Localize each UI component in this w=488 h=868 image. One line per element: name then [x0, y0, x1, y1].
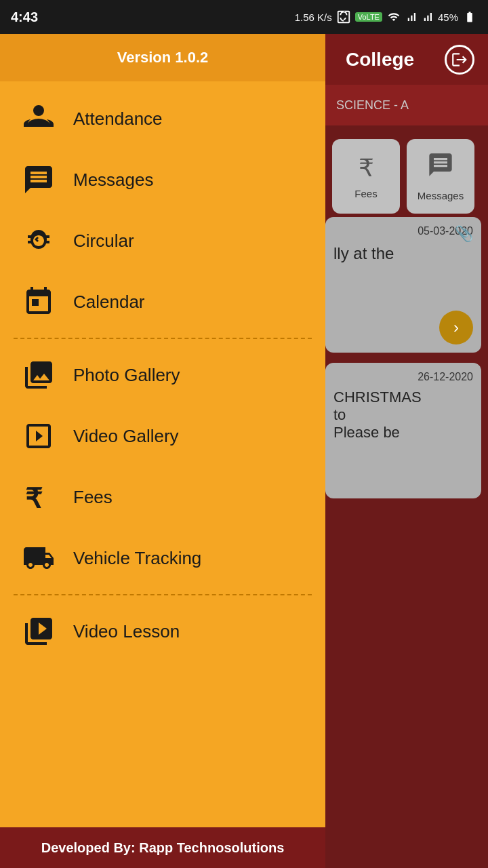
video-gallery-icon	[20, 418, 57, 454]
photo-gallery-icon	[20, 357, 57, 393]
menu-item-fees[interactable]: ₹ Fees	[0, 467, 325, 528]
photo-gallery-label: Photo Gallery	[73, 365, 180, 386]
app-title: College	[346, 49, 414, 71]
fees-quick-button[interactable]: ₹ Fees	[332, 139, 400, 214]
status-right: 1.56 K/s VoLTE 45%	[295, 9, 477, 24]
logout-button[interactable]	[445, 45, 474, 75]
fees-label: Fees	[354, 188, 377, 199]
messages-icon	[427, 151, 454, 184]
svg-text:₹: ₹	[25, 484, 43, 513]
menu-item-circular[interactable]: Circular	[0, 210, 325, 271]
menu-item-video-gallery[interactable]: Video Gallery	[0, 406, 325, 467]
battery-icon	[462, 11, 477, 23]
menu-item-attendance[interactable]: Attendance	[0, 88, 325, 149]
fees-icon: ₹	[359, 154, 374, 182]
messages-quick-button[interactable]: Messages	[407, 139, 474, 214]
video-lesson-label: Video Lesson	[73, 621, 180, 642]
fees-menu-icon: ₹	[20, 479, 57, 515]
menu-item-vehicle-tracking[interactable]: Vehicle Tracking	[0, 528, 325, 589]
attendance-icon	[20, 100, 57, 137]
divider-1	[14, 338, 312, 339]
drawer-footer: Developed By: Rapp Technosolutions	[0, 827, 325, 868]
vehicle-tracking-icon	[20, 540, 57, 576]
drawer-header: Version 1.0.2	[0, 34, 325, 81]
msg-date-1: 05-03-2020	[333, 225, 473, 237]
quick-actions: ₹ Fees Messages	[325, 132, 481, 220]
drawer-menu: Attendance Messages Circular Calendar	[0, 81, 325, 827]
calendar-label: Calendar	[73, 292, 145, 313]
version-text: Version 1.0.2	[117, 49, 209, 66]
calendar-icon	[20, 283, 57, 320]
menu-item-messages[interactable]: Messages	[0, 149, 325, 210]
menu-item-calendar[interactable]: Calendar	[0, 271, 325, 332]
volte-badge: VoLTE	[355, 12, 382, 22]
wifi-icon	[386, 11, 401, 23]
msg-date-2: 26-12-2020	[333, 371, 473, 383]
attachment-icon: 📎	[455, 225, 473, 243]
subject-bar: SCIENCE - A	[325, 85, 488, 125]
navigation-drawer: Version 1.0.2 Attendance Messages Circul…	[0, 34, 325, 868]
menu-item-video-lesson[interactable]: Video Lesson	[0, 601, 325, 662]
msg-text-1: lly at the	[333, 243, 473, 264]
circular-label: Circular	[73, 231, 134, 252]
fees-menu-label: Fees	[73, 487, 113, 508]
messages-menu-label: Messages	[73, 170, 154, 191]
subject-text: SCIENCE - A	[336, 98, 409, 113]
msg-arrow-1[interactable]: ›	[439, 311, 473, 344]
signal-icon-1	[405, 11, 418, 23]
video-gallery-label: Video Gallery	[73, 426, 179, 447]
divider-2	[14, 594, 312, 595]
nfc-icon	[336, 9, 351, 24]
footer-text: Developed By: Rapp Technosolutions	[41, 840, 285, 856]
network-speed: 1.56 K/s	[295, 12, 332, 23]
status-time: 4:43	[11, 9, 38, 25]
messages-menu-icon	[20, 161, 57, 198]
battery-level: 45%	[438, 12, 458, 23]
circular-icon	[20, 222, 57, 259]
message-card-2: 26-12-2020 CHRISTMAStoPlease be	[325, 363, 481, 498]
menu-item-photo-gallery[interactable]: Photo Gallery	[0, 344, 325, 406]
status-bar: 4:43 1.56 K/s VoLTE 45%	[0, 0, 488, 34]
vehicle-tracking-label: Vehicle Tracking	[73, 548, 201, 569]
msg-text-2: CHRISTMAStoPlease be	[333, 389, 473, 441]
attendance-label: Attendance	[73, 108, 163, 130]
video-lesson-icon	[20, 613, 57, 650]
signal-icon-2	[422, 11, 434, 23]
messages-label: Messages	[418, 190, 464, 201]
message-card-1: 📎 05-03-2020 lly at the ›	[325, 217, 481, 353]
